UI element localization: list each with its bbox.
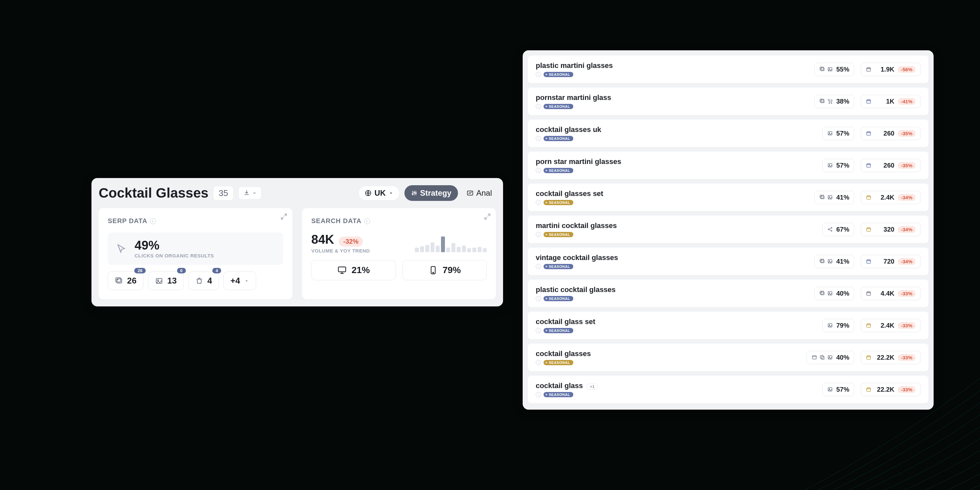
spark-bar	[483, 248, 487, 252]
volume-metric: 720-34%	[861, 255, 921, 268]
serp-metric: 41%	[815, 255, 854, 268]
volume-delta: -33%	[898, 354, 916, 361]
keyword-main: pornstar martini glassiSEASONAL	[536, 94, 808, 109]
info-icon[interactable]: i	[536, 72, 541, 77]
keyword-row[interactable]: cocktail glass +1iSEASONAL57%22.2K-33%	[528, 375, 928, 403]
serp-feature-more[interactable]: +4	[223, 272, 256, 290]
volume-value: 4.4K	[875, 290, 894, 297]
serp-feature-pill[interactable]: 130	[148, 272, 184, 290]
serp-feature-badge: 0	[177, 268, 186, 274]
volume-delta: -34%	[898, 194, 916, 201]
volume-value: 1.9K	[875, 66, 894, 73]
volume-value: 2.4K	[875, 322, 894, 329]
svg-point-15	[821, 68, 822, 68]
serp-metric-value: 40%	[836, 354, 850, 361]
keyword-row[interactable]: martini cocktail glassesiSEASONAL67%320-…	[528, 216, 928, 243]
spark-bar	[462, 246, 466, 252]
spark-bar	[473, 248, 476, 252]
expand-button[interactable]	[280, 213, 288, 221]
cursor-icon	[116, 243, 127, 255]
serp-feature-pills: 262613044+4	[108, 272, 283, 290]
volume-value: 22.2K	[875, 386, 894, 393]
info-icon[interactable]: i	[364, 218, 370, 224]
serp-data-card: SERP DATA i 49% CLICKS ON ORGANIC RESULT…	[99, 208, 293, 299]
info-icon[interactable]: i	[536, 360, 541, 365]
download-button[interactable]	[238, 186, 262, 200]
volume-metric: 1.9K-56%	[861, 63, 921, 76]
serp-metric-value: 57%	[836, 386, 850, 393]
search-sub-label: VOLUME & YOY TREND	[311, 248, 407, 253]
info-icon[interactable]: i	[536, 232, 541, 237]
calendar-icon	[865, 130, 872, 136]
spark-bar	[425, 245, 429, 252]
svg-point-33	[821, 196, 822, 197]
serp-feature-badge: 4	[212, 268, 221, 274]
keyword-term: cocktail glass set	[536, 318, 816, 326]
expand-button[interactable]	[484, 213, 491, 221]
image-icon	[827, 130, 833, 136]
calendar-icon	[865, 226, 872, 232]
image-icon	[827, 387, 833, 392]
desktop-share: 21%	[311, 260, 396, 280]
keyword-row[interactable]: cocktail glasses setiSEASONAL41%2.4K-34%	[528, 184, 928, 211]
serp-feature-pill[interactable]: 2626	[108, 272, 143, 290]
keyword-row[interactable]: pornstar martini glassiSEASONAL38%1K-41%	[528, 88, 928, 115]
serp-metric: 55%	[815, 63, 854, 76]
svg-rect-52	[867, 292, 870, 296]
keyword-row[interactable]: plastic cocktail glassesiSEASONAL40%4.4K…	[528, 280, 928, 307]
seasonal-badge: SEASONAL	[544, 392, 573, 397]
search-data-card: SEARCH DATA i 84K -32% VOLUME & YOY TREN…	[302, 208, 496, 299]
tab-strategy[interactable]: Strategy	[404, 185, 458, 201]
keyword-row[interactable]: vintage cocktail glassesiSEASONAL41%720-…	[528, 248, 928, 275]
svg-point-17	[829, 68, 830, 69]
seasonal-badge: SEASONAL	[544, 200, 573, 205]
svg-rect-19	[821, 100, 824, 103]
info-icon[interactable]: i	[150, 218, 156, 224]
keyword-row[interactable]: cocktail glassesiSEASONAL40%22.2K-33%	[528, 344, 928, 371]
keyword-term: cocktail glasses	[536, 350, 800, 358]
keyword-row[interactable]: porn star martini glassesiSEASONAL57%260…	[528, 151, 928, 179]
keyword-row[interactable]: plastic martini glassesiSEASONAL55%1.9K-…	[528, 56, 928, 83]
svg-point-3	[415, 192, 416, 193]
image-icon	[827, 194, 833, 200]
volume-delta: -33%	[898, 386, 916, 393]
keyword-main: cocktail glasses ukiSEASONAL	[536, 126, 816, 141]
region-selector[interactable]: UK	[358, 186, 400, 200]
keyword-main: cocktail glassesiSEASONAL	[536, 350, 800, 365]
keyword-main: porn star martini glassesiSEASONAL	[536, 158, 816, 173]
info-icon[interactable]: i	[536, 168, 541, 173]
info-icon[interactable]: i	[536, 200, 541, 205]
images-icon	[819, 66, 825, 72]
keyword-term: pornstar martini glass	[536, 94, 808, 102]
keyword-row[interactable]: cocktail glass setiSEASONAL79%2.4K-33%	[528, 312, 928, 339]
serp-feature-value: 26	[127, 276, 137, 286]
window-icon	[811, 355, 817, 360]
spark-bar	[415, 248, 419, 252]
spark-bar	[477, 247, 482, 252]
info-icon[interactable]: i	[536, 136, 541, 141]
serp-metric-value: 41%	[836, 194, 850, 201]
images-icon	[819, 98, 825, 104]
chevron-down-icon	[388, 191, 394, 196]
volume-value: 1K	[875, 98, 894, 105]
tab-analytics[interactable]: Anal	[463, 185, 496, 201]
seasonal-badge: SEASONAL	[544, 72, 573, 77]
volume-metric: 2.4K-33%	[861, 319, 921, 332]
spark-bar	[467, 248, 471, 252]
serp-metric-value: 57%	[836, 162, 850, 169]
seasonal-badge: SEASONAL	[544, 264, 573, 269]
images-icon	[819, 290, 825, 296]
keyword-count-badge: 35	[213, 186, 234, 200]
volume-metric: 22.2K-33%	[861, 351, 921, 364]
serp-feature-pill[interactable]: 44	[188, 272, 219, 290]
svg-rect-61	[867, 356, 870, 360]
serp-metric: 57%	[822, 127, 854, 140]
seasonal-badge: SEASONAL	[544, 232, 573, 237]
info-icon[interactable]: i	[536, 392, 541, 397]
spark-bar	[436, 246, 440, 252]
info-icon[interactable]: i	[536, 328, 541, 333]
info-icon[interactable]: i	[536, 296, 541, 301]
info-icon[interactable]: i	[536, 104, 541, 109]
keyword-row[interactable]: cocktail glasses ukiSEASONAL57%260-35%	[528, 119, 928, 147]
info-icon[interactable]: i	[536, 264, 541, 269]
